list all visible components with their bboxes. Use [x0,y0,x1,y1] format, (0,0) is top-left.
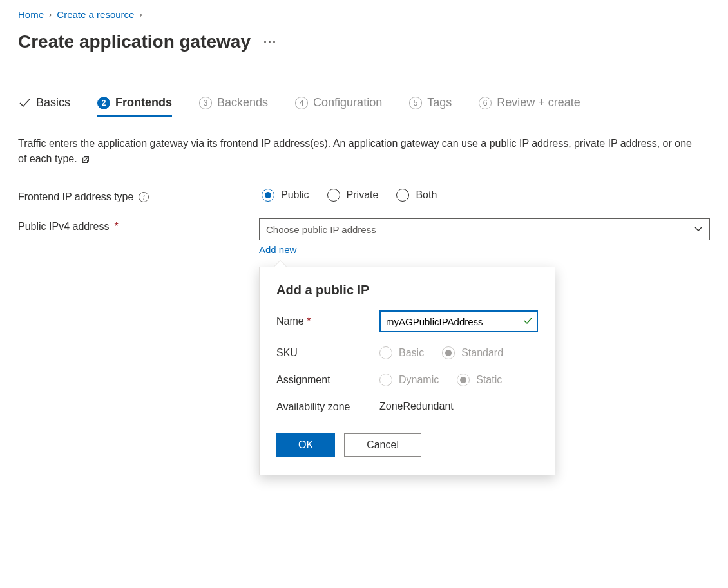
tab-label: Tags [427,96,452,109]
radio-assignment-static: Static [457,374,502,386]
cancel-button[interactable]: Cancel [344,433,421,457]
tab-backends[interactable]: 3 Backends [199,92,268,116]
more-actions-icon[interactable]: ··· [263,35,277,49]
radio-dot-icon [379,346,392,359]
radio-sku-basic: Basic [379,346,424,359]
breadcrumb-home[interactable]: Home [18,9,44,20]
required-asterisk-icon: * [114,221,118,232]
popup-label-name: Name [276,316,304,327]
radio-dot-icon [396,189,409,202]
chevron-down-icon [694,224,703,235]
radio-sku-standard: Standard [442,346,503,359]
radio-label: Both [416,189,437,201]
step-number-icon: 6 [479,97,492,109]
label-public-ipv4: Public IPv4 address [18,221,109,232]
tab-label: Configuration [313,96,382,109]
radio-private[interactable]: Private [327,189,379,202]
tab-description: Traffic enters the application gateway v… [18,136,701,167]
popup-title: Add a public IP [276,283,538,298]
radio-label: Static [476,374,502,386]
ok-button[interactable]: OK [276,433,335,457]
tab-label: Frontends [115,96,172,109]
tab-basics[interactable]: Basics [18,92,70,116]
radio-group-frontend-ip-type: Public Private Both [262,189,710,202]
step-number-icon: 4 [295,97,308,109]
name-input[interactable] [379,310,538,332]
radio-label: Basic [399,347,424,359]
tab-configuration[interactable]: 4 Configuration [295,92,382,116]
radio-both[interactable]: Both [396,189,437,202]
popup-row-name: Name * [276,310,538,332]
radio-public[interactable]: Public [262,189,309,202]
radio-dot-icon [262,189,274,202]
learn-more-link[interactable] [80,153,90,164]
wizard-tabs: Basics 2 Frontends 3 Backends 4 Configur… [18,92,710,117]
add-public-ip-popup: Add a public IP Name * SKU [259,267,555,475]
tab-label: Review + create [497,96,580,109]
radio-label: Standard [461,347,503,359]
row-public-ipv4: Public IPv4 address * Choose public IP a… [18,218,710,475]
radio-label: Public [281,189,309,201]
step-number-icon: 5 [409,97,422,109]
radio-label: Dynamic [399,374,439,386]
availability-zone-value: ZoneRedundant [379,401,538,412]
tab-label: Basics [36,96,70,109]
tab-review-create[interactable]: 6 Review + create [479,92,580,116]
page-title-text: Create application gateway [18,32,251,52]
step-number-icon: 3 [199,97,212,109]
select-public-ip[interactable]: Choose public IP address [259,218,710,240]
radio-dot-icon [457,374,470,386]
popup-label-availability-zone: Availability zone [276,401,379,414]
info-icon[interactable]: i [139,192,149,202]
radio-dot-icon [379,374,392,386]
popup-row-sku: SKU Basic Standard [276,346,538,359]
add-new-link[interactable]: Add new [259,244,296,255]
check-icon [18,97,31,109]
tab-label: Backends [217,96,268,109]
external-link-icon [81,155,90,164]
radio-assignment-dynamic: Dynamic [379,374,439,386]
radio-label: Private [347,189,379,201]
radio-dot-icon [442,346,455,359]
popup-row-assignment: Assignment Dynamic Static [276,374,538,386]
step-number-icon: 2 [97,97,110,109]
page-title: Create application gateway ··· [18,32,710,52]
breadcrumb-create-resource[interactable]: Create a resource [57,9,134,20]
popup-label-assignment: Assignment [276,374,379,386]
popup-label-sku: SKU [276,347,379,359]
label-frontend-ip-type: Frontend IP address type [18,191,133,203]
radio-dot-icon [327,189,340,202]
select-placeholder: Choose public IP address [266,224,376,235]
row-frontend-ip-type: Frontend IP address type i Public Privat… [18,189,710,203]
check-icon [522,316,533,328]
description-text: Traffic enters the application gateway v… [18,138,692,164]
chevron-right-icon: › [139,10,142,19]
popup-row-availability-zone: Availability zone ZoneRedundant [276,401,538,414]
breadcrumb: Home › Create a resource › [18,9,710,20]
tab-tags[interactable]: 5 Tags [409,92,452,116]
tab-frontends[interactable]: 2 Frontends [97,92,172,116]
popup-button-row: OK Cancel [276,433,538,457]
chevron-right-icon: › [49,10,52,19]
required-asterisk-icon: * [307,316,311,327]
